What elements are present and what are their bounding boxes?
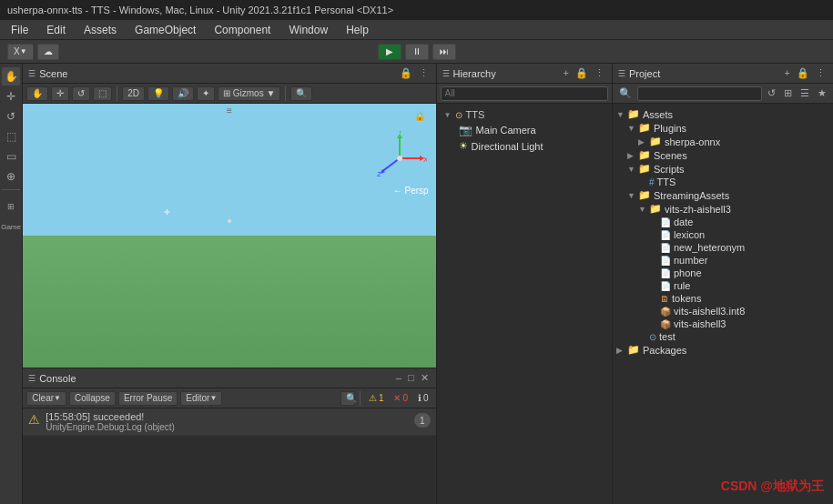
console-clear-button[interactable]: Clear ▼ <box>26 391 66 406</box>
project-vits-int8-file[interactable]: ▶ 📦 vits-aishell3.int8 <box>613 305 833 318</box>
hierarchy-search-input[interactable] <box>441 86 608 101</box>
scene-rotate-btn[interactable]: ↺ <box>72 86 90 101</box>
console-log-line1: [15:58:05] succeeded! <box>46 411 409 422</box>
hierarchy-scene-item[interactable]: ▼ ⊙ TTS <box>437 107 612 122</box>
scene-top-line: ≡ <box>23 104 435 117</box>
console-maximize-icon[interactable]: □ <box>406 371 416 385</box>
unity-scene-icon: ⊙ <box>455 110 462 120</box>
project-lexicon-file[interactable]: ▶ 📄 lexicon <box>613 228 833 241</box>
view-icon[interactable]: ⊞ <box>2 197 20 216</box>
sherpa-label: sherpa-onnx <box>665 136 720 147</box>
project-filter-icon[interactable]: ☰ <box>797 87 812 99</box>
rect-tool-icon[interactable]: ▭ <box>2 147 20 166</box>
console-error-pause-button[interactable]: Error Pause <box>118 391 178 406</box>
game-tab-icon[interactable]: Game <box>2 217 20 236</box>
hierarchy-scene-name: TTS <box>466 109 485 120</box>
test-file-icon: ⊙ <box>649 332 656 342</box>
project-refresh-icon[interactable]: ↺ <box>765 87 778 99</box>
tts-script-icon: # <box>649 177 655 187</box>
project-vits-folder[interactable]: ▼ 📁 vits-zh-aishell3 <box>613 202 833 216</box>
project-tts-script[interactable]: ▶ # TTS <box>613 176 833 188</box>
menu-window[interactable]: Window <box>281 22 335 38</box>
console-collapse-button[interactable]: Collapse <box>69 391 116 406</box>
number-file-icon: 📄 <box>660 256 671 266</box>
project-add-icon[interactable]: + <box>783 66 792 80</box>
hierarchy-directional-light[interactable]: ☀ Directional Light <box>437 138 612 154</box>
account-button[interactable]: X ▼ <box>7 44 34 60</box>
project-rule-file[interactable]: ▶ 📄 rule <box>613 279 833 292</box>
scene-lock-icon[interactable]: 🔒 <box>398 66 414 80</box>
project-menu-icon[interactable]: ⋮ <box>814 66 828 80</box>
hierarchy-add-icon[interactable]: + <box>562 66 571 80</box>
project-heteronym-file[interactable]: ▶ 📄 new_heteronym <box>613 241 833 254</box>
move-tool-icon[interactable]: ✛ <box>2 87 20 106</box>
menu-edit[interactable]: Edit <box>39 22 73 38</box>
console-content: ⚠ [15:58:05] succeeded! UnityEngine.Debu… <box>23 408 435 504</box>
hierarchy-lock-icon[interactable]: 🔒 <box>574 66 590 80</box>
project-assets-folder[interactable]: ▼ 📁 Assets <box>613 107 833 121</box>
project-tokens-file[interactable]: ▶ 🗎 tokens <box>613 292 833 305</box>
rotate-tool-icon[interactable]: ↺ <box>2 107 20 126</box>
project-vits-aishell3-file[interactable]: ▶ 📦 vits-aishell3 <box>613 318 833 330</box>
scale-tool-icon[interactable]: ⬚ <box>2 127 20 146</box>
scene-menu-icon[interactable]: ⋮ <box>417 66 431 80</box>
transform-tool-icon[interactable]: ⊕ <box>2 167 20 186</box>
console-minimize-icon[interactable]: – <box>394 371 403 385</box>
project-scripts-folder[interactable]: ▼ 📁 Scripts <box>613 162 833 176</box>
scenes-expand-icon: ▶ <box>627 151 638 160</box>
console-log-row[interactable]: ⚠ [15:58:05] succeeded! UnityEngine.Debu… <box>23 408 435 436</box>
project-starred-icon[interactable]: ★ <box>815 87 829 99</box>
console-title: Console <box>39 373 76 384</box>
step-button[interactable]: ⏭ <box>432 44 456 60</box>
camera-icon: 📷 <box>459 124 472 136</box>
scene-lock-overlay: 🔒 <box>414 111 425 121</box>
menu-assets[interactable]: Assets <box>76 22 124 38</box>
scene-hand-btn[interactable]: ✋ <box>26 86 48 101</box>
project-phone-file[interactable]: ▶ 📄 phone <box>613 267 833 279</box>
project-sherpa-folder[interactable]: ▶ 📁 sherpa-onnx <box>613 135 833 148</box>
dropdown-arrow-icon: ▼ <box>20 47 27 55</box>
console-search-input[interactable]: 🔍 <box>340 391 355 406</box>
svg-line-4 <box>381 158 400 172</box>
scene-audio-btn[interactable]: 🔊 <box>172 86 194 101</box>
pause-button[interactable]: ⏸ <box>405 44 429 60</box>
scene-panel: ☰ Scene 🔒 ⋮ ✋ ✛ ↺ ⬚ 2D 💡 🔊 ✦ ⊞ Gizmos ▼ <box>23 64 435 368</box>
console-editor-button[interactable]: Editor ▼ <box>180 391 222 406</box>
scene-object-dot <box>228 219 231 223</box>
project-panel: ☰ Project + 🔒 ⋮ 🔍 ↺ ⊞ ☰ ★ ▼ 📁 Assets <box>613 64 833 504</box>
hand-tool-icon[interactable]: ✋ <box>2 67 20 86</box>
menu-help[interactable]: Help <box>339 22 376 38</box>
scene-light-btn[interactable]: 💡 <box>147 86 169 101</box>
hierarchy-menu-icon[interactable]: ⋮ <box>593 66 606 80</box>
scene-header: ☰ Scene 🔒 ⋮ <box>23 64 435 84</box>
scene-fx-btn[interactable]: ✦ <box>197 86 215 101</box>
scene-2d-btn[interactable]: 2D <box>122 86 145 101</box>
cloud-button[interactable]: ☁ <box>37 44 59 60</box>
project-plugins-folder[interactable]: ▼ 📁 Plugins <box>613 121 833 135</box>
editor-dropdown-icon: ▼ <box>209 394 217 402</box>
menu-gameobject[interactable]: GameObject <box>127 22 203 38</box>
scene-scale-btn[interactable]: ⬚ <box>93 86 112 101</box>
menu-file[interactable]: File <box>4 22 36 38</box>
heteronym-file-icon: 📄 <box>660 243 671 253</box>
hierarchy-main-camera[interactable]: 📷 Main Camera <box>437 122 612 138</box>
console-close-icon[interactable]: ✕ <box>419 371 431 385</box>
project-date-file[interactable]: ▶ 📄 date <box>613 216 833 228</box>
project-streaming-folder[interactable]: ▼ 📁 StreamingAssets <box>613 188 833 202</box>
heteronym-label: new_heteronym <box>674 242 745 253</box>
project-view-icon[interactable]: ⊞ <box>781 87 795 99</box>
scene-search-btn[interactable]: 🔍 <box>290 86 312 101</box>
project-number-file[interactable]: ▶ 📄 number <box>613 254 833 267</box>
vits-expand-icon: ▼ <box>638 205 649 214</box>
scene-gizmos-btn[interactable]: ⊞ Gizmos ▼ <box>218 86 280 101</box>
project-packages-folder[interactable]: ▶ 📁 Packages <box>613 343 833 357</box>
project-search-input[interactable] <box>637 86 762 101</box>
project-scenes-folder[interactable]: ▶ 📁 Scenes <box>613 148 833 162</box>
menu-component[interactable]: Component <box>207 22 278 38</box>
project-test-file[interactable]: ▶ ⊙ test <box>613 330 833 343</box>
scene-move-btn[interactable]: ✛ <box>51 86 69 101</box>
scene-persp-label: ← Persp <box>393 186 429 196</box>
play-button[interactable]: ▶ <box>378 44 401 60</box>
project-lock-icon[interactable]: 🔒 <box>795 66 811 80</box>
light-icon: ☀ <box>459 140 468 152</box>
